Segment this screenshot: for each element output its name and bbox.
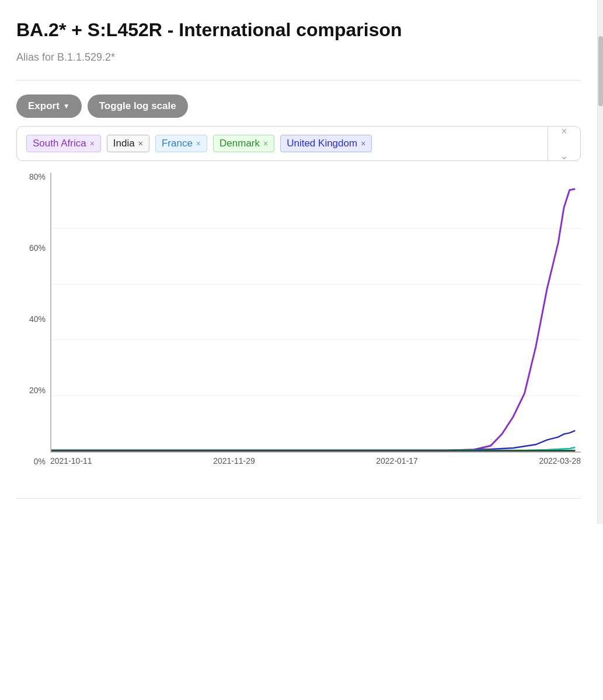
south-africa-line — [51, 189, 575, 450]
subtitle: Alias for B.1.1.529.2* — [16, 51, 581, 64]
uk-remove-icon[interactable]: × — [361, 139, 365, 148]
export-label: Export — [28, 100, 60, 112]
export-button[interactable]: Export ▼ — [16, 94, 82, 118]
tag-france[interactable]: France × — [155, 135, 207, 152]
denmark-label: Denmark — [219, 138, 260, 149]
scrollbar[interactable] — [597, 0, 603, 524]
page-container: BA.2* + S:L452R - International comparis… — [0, 0, 603, 524]
page-title: BA.2* + S:L452R - International comparis… — [16, 19, 581, 41]
bottom-bar — [16, 498, 581, 510]
uk-label: United Kingdom — [287, 138, 357, 149]
tag-uk[interactable]: United Kingdom × — [280, 135, 372, 152]
scrollbar-thumb[interactable] — [598, 36, 603, 106]
y-label-80: 80% — [29, 173, 46, 181]
chart-svg — [51, 173, 581, 452]
selector-actions: × ⌄ — [548, 127, 580, 160]
toolbar: Export ▼ Toggle log scale — [16, 94, 581, 118]
chart-x-axis: 2021-10-11 2021-11-29 2022-01-17 2022-03… — [50, 456, 581, 466]
x-label-4: 2022-03-28 — [539, 456, 581, 466]
tag-denmark[interactable]: Denmark × — [213, 135, 274, 152]
toggle-log-scale-button[interactable]: Toggle log scale — [88, 94, 188, 118]
x-label-1: 2021-10-11 — [50, 456, 92, 466]
y-label-0: 0% — [34, 457, 46, 466]
chart-inner — [50, 173, 581, 453]
x-label-2: 2021-11-29 — [213, 456, 255, 466]
y-label-20: 20% — [29, 386, 46, 394]
country-tags-area: South Africa × India × France × Denmark … — [26, 135, 571, 152]
france-remove-icon[interactable]: × — [196, 139, 201, 148]
chevron-down-icon: ▼ — [63, 102, 70, 110]
main-content: BA.2* + S:L452R - International comparis… — [0, 0, 597, 524]
tag-india[interactable]: India × — [107, 135, 149, 152]
denmark-remove-icon[interactable]: × — [263, 139, 268, 148]
chart-container: 0% 20% 40% 60% 80% — [16, 173, 581, 489]
toggle-log-scale-label: Toggle log scale — [99, 100, 176, 112]
south-africa-remove-icon[interactable]: × — [90, 139, 95, 148]
y-label-40: 40% — [29, 315, 46, 323]
south-africa-label: South Africa — [33, 138, 86, 149]
expand-selector-button[interactable]: ⌄ — [557, 147, 571, 164]
x-label-3: 2022-01-17 — [376, 456, 418, 466]
y-label-60: 60% — [29, 244, 46, 252]
tag-south-africa[interactable]: South Africa × — [26, 135, 101, 152]
chart-y-axis: 0% 20% 40% 60% 80% — [16, 173, 50, 466]
country-selector: South Africa × India × France × Denmark … — [16, 126, 581, 161]
india-remove-icon[interactable]: × — [138, 139, 143, 148]
france-label: France — [162, 138, 193, 149]
clear-all-button[interactable]: × — [559, 123, 570, 140]
india-label: India — [113, 138, 135, 149]
divider — [16, 80, 581, 80]
